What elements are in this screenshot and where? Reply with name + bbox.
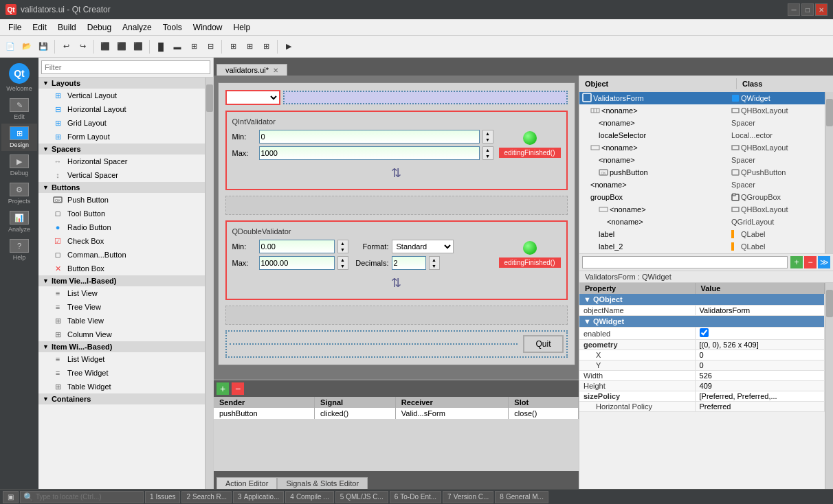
prop-filter-remove-btn[interactable]: − (804, 256, 817, 268)
top-combo[interactable] (225, 90, 280, 105)
sidebar-item-welcome[interactable]: Qt Welcome (1, 60, 37, 95)
widget-push-button[interactable]: OK Push Button (38, 193, 205, 207)
double-max-spinner[interactable]: ▲ ▼ (337, 256, 348, 270)
widget-list-widget[interactable]: ≡ List Widget (38, 352, 205, 366)
widget-list-view[interactable]: ≡ List View (38, 286, 205, 300)
sidebar-item-design[interactable]: ⊞ Design (1, 124, 37, 151)
double-format-combo[interactable]: Standard (392, 240, 454, 253)
sidebar-item-edit[interactable]: ✎ Edit (1, 95, 37, 123)
widget-vertical-layout[interactable]: ⊞ Vertical Layout (38, 89, 205, 102)
sidebar-item-projects[interactable]: ⚙ Projects (1, 180, 37, 207)
widget-vertical-spacer[interactable]: ↕ Vertical Spacer (38, 168, 205, 182)
widget-horizontal-spacer[interactable]: ↔ Horizontal Spacer (38, 154, 205, 168)
double-max-input[interactable] (259, 256, 335, 270)
minimize-button[interactable]: ─ (788, 3, 800, 16)
category-layouts[interactable]: Layouts (38, 78, 205, 89)
sidebar-item-help[interactable]: ? Help (1, 236, 37, 264)
toolbar-btn-align-center[interactable]: ⬛ (114, 39, 129, 54)
prop-row-sizepolicy[interactable]: sizePolicy [Preferred, Preferred,... (579, 391, 825, 402)
toolbar-btn-11[interactable]: ⊞ (258, 39, 274, 54)
category-item-views[interactable]: Item Vie...l-Based) (38, 275, 205, 286)
design-tab-validators[interactable]: validators.ui* ✕ (216, 64, 287, 76)
design-tab-close-icon[interactable]: ✕ (273, 67, 278, 74)
int-max-spin-up[interactable]: ▲ (483, 147, 493, 153)
maximize-button[interactable]: □ (801, 3, 814, 16)
toolbar-btn-open[interactable]: 📂 (19, 39, 34, 54)
toolbar-btn-5[interactable]: ▐▌ (153, 39, 168, 54)
widget-table-view[interactable]: ⊞ Table View (38, 314, 205, 328)
int-max-spinner[interactable]: ▲ ▼ (482, 146, 493, 160)
sidebar-item-analyze[interactable]: 📊 Analyze (1, 208, 37, 236)
status-search-input[interactable] (36, 493, 125, 501)
quit-button[interactable]: Quit (523, 335, 563, 353)
menu-analyze[interactable]: Analyze (117, 21, 157, 34)
int-max-spin-down[interactable]: ▼ (483, 153, 493, 159)
status-todo[interactable]: 6 To-Do Ent... (390, 491, 441, 503)
status-general[interactable]: 8 General M... (495, 491, 548, 503)
tree-row-spacer3[interactable]: <noname> Spacer (579, 179, 825, 191)
prop-filter-input[interactable] (582, 256, 788, 268)
form-widget[interactable]: QIntValidator Min: ▲ (218, 82, 575, 365)
tree-scrollbar[interactable] (825, 92, 833, 253)
menu-debug[interactable]: Debug (82, 21, 117, 34)
prop-row-geometry[interactable]: geometry [(0, 0), 526 x 409] (579, 340, 825, 350)
tree-row-spacer2[interactable]: <noname> Spacer (579, 154, 825, 166)
widget-radio-button[interactable]: ● Radio Button (38, 220, 205, 234)
tree-row-noname2[interactable]: <noname> QHBoxLayout (579, 141, 825, 154)
sidebar-item-debug[interactable]: ▶ Debug (1, 152, 37, 179)
signal-add-button[interactable]: + (216, 382, 229, 395)
tree-row-groupbox[interactable]: groupBox QGroupBox (579, 191, 825, 203)
toolbar-btn-undo[interactable]: ↩ (58, 39, 74, 54)
int-min-spin-down[interactable]: ▼ (483, 137, 493, 143)
category-buttons[interactable]: Buttons (38, 182, 205, 193)
widget-grid-layout[interactable]: ⊞ Grid Layout (38, 116, 205, 130)
widget-command-button[interactable]: □ Comman...Button (38, 248, 205, 262)
status-search-r[interactable]: 2 Search R... (181, 491, 232, 503)
status-qmljs[interactable]: 5 QML/JS C... (335, 491, 388, 503)
toolbar-btn-redo[interactable]: ↪ (75, 39, 90, 54)
tree-row-spacer1[interactable]: <noname> Spacer (579, 117, 825, 129)
prop-row-y[interactable]: Y 0 (579, 360, 825, 371)
widget-horizontal-layout[interactable]: ⊟ Horizontal Layout (38, 102, 205, 116)
int-signal-btn[interactable]: editingFinished() (499, 148, 561, 158)
tree-row-noname3[interactable]: <noname> QHBoxLayout (579, 203, 825, 216)
toolbar-btn-new[interactable]: 📄 (3, 39, 18, 54)
menu-window[interactable]: Window (188, 21, 228, 34)
int-max-input[interactable] (259, 146, 480, 160)
double-decimals-input[interactable] (392, 256, 426, 270)
double-min-input[interactable] (259, 240, 335, 253)
prop-row-width[interactable]: Width 526 (579, 371, 825, 381)
toolbar-btn-8[interactable]: ⊟ (203, 39, 218, 54)
menu-build[interactable]: Build (52, 21, 82, 34)
category-containers[interactable]: Containers (38, 393, 205, 404)
toolbar-btn-align-right[interactable]: ⬛ (131, 39, 146, 54)
toolbar-btn-save[interactable]: 💾 (36, 39, 51, 54)
prop-row-x[interactable]: X 0 (579, 350, 825, 360)
widget-table-widget[interactable]: ⊞ Table Widget (38, 380, 205, 393)
widget-filter-input[interactable] (41, 60, 210, 74)
widget-panel-scrollbar[interactable] (205, 78, 213, 489)
close-button[interactable]: ✕ (815, 3, 828, 16)
tab-action-editor[interactable]: Action Editor (216, 477, 277, 489)
prop-enabled-checkbox[interactable] (700, 328, 709, 337)
status-application[interactable]: 3 Applicatio... (233, 491, 284, 503)
widget-form-layout[interactable]: ⊞ Form Layout (38, 130, 205, 144)
int-min-input[interactable] (259, 130, 480, 144)
signal-remove-button[interactable]: − (232, 382, 244, 395)
prop-row-enabled[interactable]: enabled (579, 328, 825, 340)
tree-row-label2[interactable]: label_2 QLabel (579, 240, 825, 253)
tree-row-label[interactable]: label QLabel (579, 228, 825, 240)
menu-file[interactable]: File (3, 21, 27, 34)
toolbar-btn-6[interactable]: ▬ (170, 39, 185, 54)
menu-edit[interactable]: Edit (27, 21, 52, 34)
tab-signals-slots[interactable]: Signals & Slots Editor (277, 477, 368, 489)
widget-button-box[interactable]: ✕ Button Box (38, 262, 205, 275)
widget-check-box[interactable]: ☑ Check Box (38, 234, 205, 248)
menu-tools[interactable]: Tools (157, 21, 188, 34)
widget-tool-button[interactable]: □ Tool Button (38, 207, 205, 220)
category-item-widgets[interactable]: Item Wi...-Based) (38, 341, 205, 352)
status-issues[interactable]: 1 Issues (145, 491, 180, 503)
widget-tree-view[interactable]: ≡ Tree View (38, 300, 205, 314)
int-min-spinner[interactable]: ▲ ▼ (482, 130, 493, 144)
tree-row-pushbutton[interactable]: OK pushButton QPushButton (579, 166, 825, 179)
